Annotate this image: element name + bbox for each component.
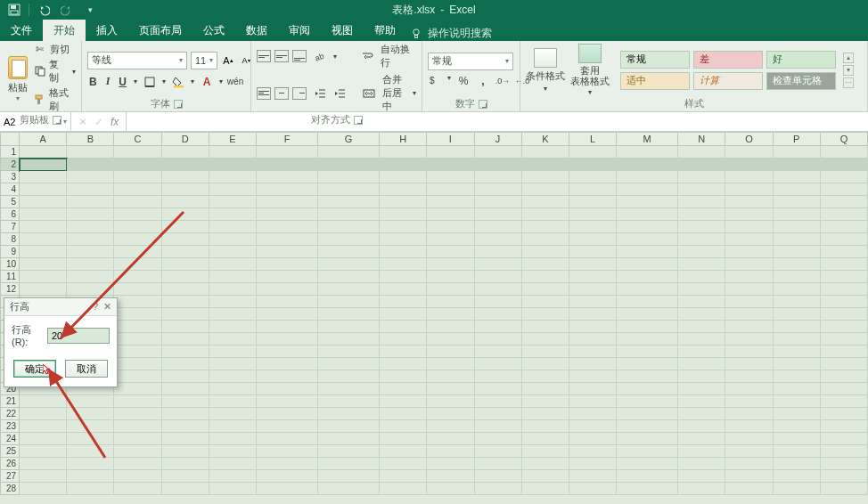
- cell[interactable]: [522, 333, 569, 345]
- cell[interactable]: [380, 321, 427, 333]
- cell[interactable]: [114, 308, 161, 321]
- cell[interactable]: [257, 271, 318, 283]
- cell[interactable]: [821, 408, 868, 420]
- cell[interactable]: [522, 370, 569, 383]
- align-top-button[interactable]: [257, 50, 271, 62]
- cell[interactable]: [209, 321, 257, 333]
- cell[interactable]: [162, 159, 209, 171]
- cell[interactable]: [427, 433, 474, 445]
- cell[interactable]: [774, 283, 821, 296]
- cell[interactable]: [475, 159, 522, 171]
- cell[interactable]: [67, 483, 114, 495]
- copy-button[interactable]: 复制▾: [34, 58, 76, 85]
- cell[interactable]: [678, 258, 725, 271]
- font-size-combo[interactable]: 11▾: [191, 52, 217, 69]
- cell[interactable]: [569, 321, 617, 333]
- cell[interactable]: [162, 296, 209, 308]
- cell[interactable]: [114, 171, 161, 183]
- cell[interactable]: [427, 445, 474, 458]
- cell[interactable]: [821, 296, 868, 308]
- cell[interactable]: [678, 458, 725, 470]
- cell[interactable]: [427, 146, 474, 159]
- cell[interactable]: [725, 420, 773, 433]
- cell[interactable]: [774, 433, 821, 445]
- tab-insert[interactable]: 插入: [86, 20, 128, 41]
- cell[interactable]: [774, 196, 821, 208]
- cell[interactable]: [257, 433, 318, 445]
- row-header[interactable]: 8: [0, 233, 20, 246]
- cell[interactable]: [427, 458, 474, 470]
- cell[interactable]: [569, 183, 617, 196]
- cell[interactable]: [678, 146, 725, 159]
- cell[interactable]: [209, 370, 257, 383]
- row-header[interactable]: 24: [0, 433, 20, 445]
- cell[interactable]: [380, 420, 427, 433]
- cell[interactable]: [114, 395, 161, 408]
- cell[interactable]: [774, 345, 821, 358]
- cell[interactable]: [318, 196, 380, 208]
- align-middle-button[interactable]: [274, 50, 289, 62]
- cell[interactable]: [20, 196, 67, 208]
- cell[interactable]: [821, 258, 868, 271]
- cell[interactable]: [67, 196, 114, 208]
- tab-review[interactable]: 审阅: [278, 20, 321, 41]
- increase-indent-button[interactable]: [333, 86, 346, 101]
- row-header[interactable]: 9: [0, 246, 20, 258]
- cell[interactable]: [522, 146, 569, 159]
- cell[interactable]: [209, 483, 257, 495]
- cell[interactable]: [114, 408, 161, 420]
- cell[interactable]: [114, 258, 161, 271]
- cell[interactable]: [20, 420, 67, 433]
- cell[interactable]: [114, 420, 161, 433]
- cell[interactable]: [162, 233, 209, 246]
- column-header[interactable]: O: [725, 132, 773, 146]
- row-header[interactable]: 10: [0, 258, 20, 271]
- cell[interactable]: [114, 470, 161, 483]
- qat-customize-icon[interactable]: ▾: [81, 1, 99, 19]
- cell[interactable]: [20, 458, 67, 470]
- cell[interactable]: [380, 283, 427, 296]
- cell[interactable]: [318, 208, 380, 221]
- cell[interactable]: [617, 283, 678, 296]
- cell[interactable]: [162, 146, 209, 159]
- row-header[interactable]: 2: [0, 159, 20, 171]
- cell[interactable]: [162, 271, 209, 283]
- cell[interactable]: [380, 146, 427, 159]
- cell[interactable]: [162, 433, 209, 445]
- cell[interactable]: [257, 246, 318, 258]
- formula-enter-button[interactable]: ✓: [94, 116, 103, 128]
- cell[interactable]: [678, 433, 725, 445]
- cell[interactable]: [475, 196, 522, 208]
- cell[interactable]: [569, 383, 617, 395]
- decrease-indent-button[interactable]: [314, 86, 326, 101]
- cell[interactable]: [522, 159, 569, 171]
- cell[interactable]: [475, 445, 522, 458]
- cell[interactable]: [209, 233, 257, 246]
- cell[interactable]: [569, 345, 617, 358]
- cell[interactable]: [427, 196, 474, 208]
- cell[interactable]: [678, 395, 725, 408]
- align-bottom-button[interactable]: [292, 50, 307, 62]
- cell[interactable]: [725, 308, 773, 321]
- column-header[interactable]: M: [617, 132, 678, 146]
- cell[interactable]: [114, 458, 161, 470]
- cell[interactable]: [522, 271, 569, 283]
- cell[interactable]: [821, 146, 868, 159]
- cell[interactable]: [725, 159, 773, 171]
- cell[interactable]: [774, 146, 821, 159]
- cell[interactable]: [318, 258, 380, 271]
- cell[interactable]: [821, 483, 868, 495]
- cell[interactable]: [380, 395, 427, 408]
- cell[interactable]: [475, 283, 522, 296]
- cell[interactable]: [427, 283, 474, 296]
- align-left-button[interactable]: [257, 87, 271, 100]
- cell[interactable]: [725, 445, 773, 458]
- row-header[interactable]: 27: [0, 470, 20, 483]
- cell[interactable]: [67, 246, 114, 258]
- cell[interactable]: [678, 221, 725, 233]
- cell[interactable]: [427, 246, 474, 258]
- formula-input[interactable]: [127, 112, 868, 131]
- column-header[interactable]: I: [427, 132, 474, 146]
- cell[interactable]: [209, 196, 257, 208]
- cell[interactable]: [318, 233, 380, 246]
